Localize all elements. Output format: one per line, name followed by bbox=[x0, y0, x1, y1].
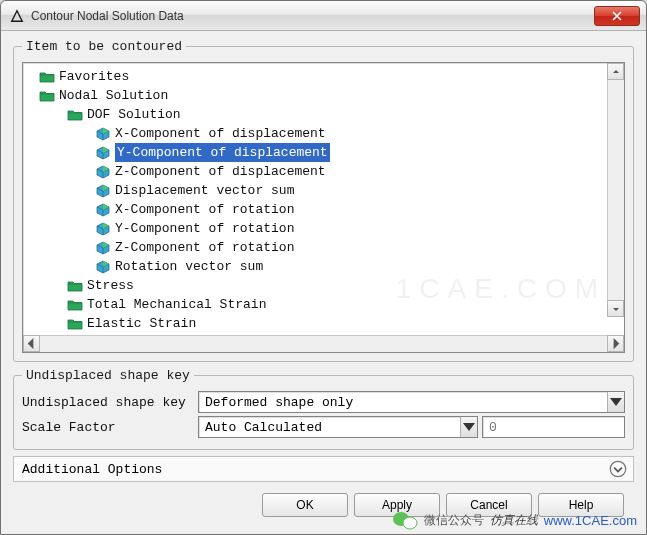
chevron-down-icon bbox=[460, 417, 477, 437]
result-item-icon bbox=[95, 183, 111, 199]
tree-horizontal-scrollbar[interactable] bbox=[23, 335, 624, 352]
shape-key-row: Undisplaced shape key Deformed shape onl… bbox=[22, 391, 625, 413]
shape-key-value: Deformed shape only bbox=[205, 395, 353, 410]
result-item-icon bbox=[95, 221, 111, 237]
chevron-down-icon bbox=[607, 392, 624, 412]
tree-node[interactable]: Z-Component of rotation bbox=[27, 238, 622, 257]
shape-key-select[interactable]: Deformed shape only bbox=[198, 391, 625, 413]
tree-node[interactable]: X-Component of rotation bbox=[27, 200, 622, 219]
footer-url: www.1CAE.com bbox=[544, 513, 637, 528]
folder-icon bbox=[67, 107, 83, 123]
result-item-icon bbox=[95, 126, 111, 142]
tree-node[interactable]: DOF Solution bbox=[27, 105, 622, 124]
tree-node[interactable]: X-Component of displacement bbox=[27, 124, 622, 143]
folder-icon bbox=[67, 278, 83, 294]
scale-factor-row: Scale Factor Auto Calculated 0 bbox=[22, 416, 625, 438]
scale-factor-number: 0 bbox=[489, 420, 497, 435]
footer-overlay: 微信公众号 仿真在线 www.1CAE.com bbox=[392, 509, 637, 531]
tree-panel: 1CAE.COM FavoritesNodal SolutionDOF Solu… bbox=[22, 62, 625, 353]
tree-node-label: Rotation vector sum bbox=[115, 257, 263, 276]
tree-node[interactable]: Z-Component of displacement bbox=[27, 162, 622, 181]
tree-vertical-scrollbar[interactable] bbox=[607, 63, 624, 317]
scroll-right-button[interactable] bbox=[607, 335, 624, 352]
dialog-body: Item to be contoured 1CAE.COM FavoritesN… bbox=[1, 31, 646, 534]
additional-options-label: Additional Options bbox=[22, 462, 162, 477]
close-icon bbox=[612, 11, 622, 21]
tree-node[interactable]: Total Mechanical Strain bbox=[27, 295, 622, 314]
scale-factor-value: Auto Calculated bbox=[205, 420, 322, 435]
shape-key-label: Undisplaced shape key bbox=[22, 395, 198, 410]
wechat-icon bbox=[392, 509, 418, 531]
ok-button[interactable]: OK bbox=[262, 493, 348, 517]
tree-node[interactable]: Elastic Strain bbox=[27, 314, 622, 333]
window-title: Contour Nodal Solution Data bbox=[31, 9, 594, 23]
svg-point-2 bbox=[403, 517, 417, 529]
footer-brand: 仿真在线 bbox=[490, 512, 538, 529]
tree-node-label: DOF Solution bbox=[87, 105, 181, 124]
item-to-be-contoured-group: Item to be contoured 1CAE.COM FavoritesN… bbox=[13, 39, 634, 362]
scroll-up-button[interactable] bbox=[607, 63, 624, 80]
folder-icon bbox=[67, 316, 83, 332]
result-item-icon bbox=[95, 259, 111, 275]
app-icon bbox=[9, 8, 25, 24]
tree-node[interactable]: Displacement vector sum bbox=[27, 181, 622, 200]
tree-node-label: Y-Component of displacement bbox=[115, 143, 330, 162]
expand-chevron-icon bbox=[609, 460, 627, 478]
tree-node-label: Total Mechanical Strain bbox=[87, 295, 266, 314]
tree-node[interactable]: Stress bbox=[27, 276, 622, 295]
additional-options-bar[interactable]: Additional Options bbox=[13, 456, 634, 482]
shape-legend: Undisplaced shape key bbox=[22, 368, 194, 383]
tree-node[interactable]: Y-Component of rotation bbox=[27, 219, 622, 238]
scroll-left-button[interactable] bbox=[23, 335, 40, 352]
tree-legend: Item to be contoured bbox=[22, 39, 186, 54]
ok-label: OK bbox=[296, 498, 313, 512]
tree-node[interactable]: Rotation vector sum bbox=[27, 257, 622, 276]
tree-node-label: Displacement vector sum bbox=[115, 181, 294, 200]
tree-node-label: X-Component of displacement bbox=[115, 124, 326, 143]
scale-factor-label: Scale Factor bbox=[22, 420, 198, 435]
folder-icon bbox=[39, 88, 55, 104]
solution-tree[interactable]: 1CAE.COM FavoritesNodal SolutionDOF Solu… bbox=[23, 63, 624, 335]
folder-icon bbox=[67, 297, 83, 313]
footer-wechat-label: 微信公众号 bbox=[424, 512, 484, 529]
tree-node-label: Y-Component of rotation bbox=[115, 219, 294, 238]
result-item-icon bbox=[95, 164, 111, 180]
result-item-icon bbox=[95, 240, 111, 256]
tree-node-label: Stress bbox=[87, 276, 134, 295]
tree-node[interactable]: Y-Component of displacement bbox=[27, 143, 622, 162]
scale-factor-select[interactable]: Auto Calculated bbox=[198, 416, 478, 438]
tree-node-label: Nodal Solution bbox=[59, 86, 168, 105]
dialog-window: Contour Nodal Solution Data Item to be c… bbox=[0, 0, 647, 535]
tree-node-label: Z-Component of displacement bbox=[115, 162, 326, 181]
undisplaced-shape-key-group: Undisplaced shape key Undisplaced shape … bbox=[13, 368, 634, 450]
close-button[interactable] bbox=[594, 6, 640, 26]
svg-point-0 bbox=[610, 461, 625, 476]
scroll-down-button[interactable] bbox=[607, 300, 624, 317]
tree-node[interactable]: Nodal Solution bbox=[27, 86, 622, 105]
tree-node-label: X-Component of rotation bbox=[115, 200, 294, 219]
tree-node-label: Elastic Strain bbox=[87, 314, 196, 333]
tree-node-label: Favorites bbox=[59, 67, 129, 86]
result-item-icon bbox=[95, 202, 111, 218]
tree-node[interactable]: Favorites bbox=[27, 67, 622, 86]
title-bar[interactable]: Contour Nodal Solution Data bbox=[1, 1, 646, 31]
scale-factor-input[interactable]: 0 bbox=[482, 416, 625, 438]
result-item-icon bbox=[95, 145, 111, 161]
tree-node-label: Z-Component of rotation bbox=[115, 238, 294, 257]
folder-icon bbox=[39, 69, 55, 85]
